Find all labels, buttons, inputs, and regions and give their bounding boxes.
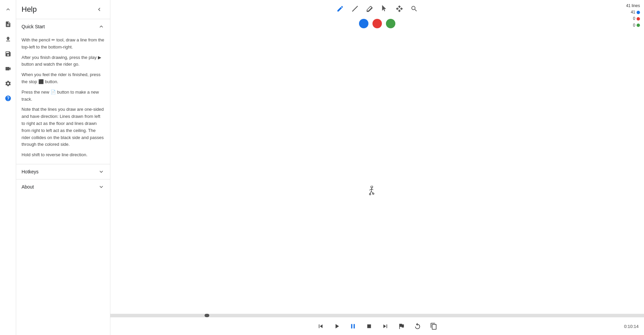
hotkeys-chevron-icon [98, 168, 105, 175]
pencil-tool[interactable] [334, 3, 346, 15]
hotkeys-label: Hotkeys [22, 169, 39, 174]
zoom-tool[interactable] [408, 3, 420, 15]
about-header[interactable]: About [16, 179, 110, 194]
help-icon[interactable] [1, 92, 15, 105]
about-label: About [22, 184, 34, 190]
stat-red-dot [637, 17, 640, 21]
top-toolbar [110, 0, 644, 18]
qs-para-4: Press the new 📄 button to make a new tra… [22, 89, 105, 103]
hotkeys-section: Hotkeys [16, 164, 110, 179]
settings-icon[interactable] [1, 77, 15, 90]
qs-para-5: Note that the lines you draw are one-sid… [22, 106, 105, 148]
video-icon[interactable] [1, 62, 15, 75]
copy-button[interactable] [428, 320, 440, 332]
quick-start-label: Quick Start [22, 24, 45, 29]
collapse-icon[interactable] [1, 3, 15, 16]
qs-para-6: Hold shift to reverse line direction. [22, 152, 105, 159]
main-area: 41 lines 41 0 0 [110, 0, 644, 335]
stat-green-count: 0 [633, 22, 635, 29]
about-section: About [16, 179, 110, 194]
svg-point-7 [372, 193, 374, 194]
rewind-fast-button[interactable] [315, 320, 327, 332]
eraser-tool[interactable] [364, 3, 376, 15]
icon-bar [0, 0, 16, 335]
line-tool[interactable] [349, 3, 361, 15]
new-track-icon[interactable] [1, 18, 15, 31]
color-selector [110, 18, 644, 31]
flag-button[interactable] [395, 320, 407, 332]
pause-button[interactable] [347, 320, 359, 332]
bottom-controls: 0:10:14 [110, 317, 644, 335]
stat-green-row: 0 [626, 22, 640, 29]
save-icon[interactable] [1, 47, 15, 61]
forward-fast-button[interactable] [379, 320, 391, 332]
scrollbar-thumb[interactable] [205, 314, 209, 317]
stop-button[interactable] [363, 320, 375, 332]
play-button[interactable] [331, 320, 343, 332]
quick-start-content: With the pencil ✏ tool, draw a line from… [16, 34, 110, 164]
about-chevron-icon [98, 183, 105, 190]
timer-display: 0:10:14 [624, 324, 639, 329]
qs-para-3: When you feel the rider is finished, pre… [22, 71, 105, 86]
qs-para-1: With the pencil ✏ tool, draw a line from… [22, 37, 105, 51]
panel-title: Help [22, 5, 37, 14]
canvas-area[interactable] [110, 31, 644, 314]
color-blue[interactable] [359, 19, 368, 28]
upload-icon[interactable] [1, 32, 15, 46]
hotkeys-header[interactable]: Hotkeys [16, 164, 110, 179]
panel-close-button[interactable] [94, 4, 105, 15]
scrollbar-track[interactable] [110, 314, 644, 317]
stat-green-dot [637, 24, 640, 27]
svg-line-2 [369, 189, 371, 190]
select-tool[interactable] [379, 3, 391, 15]
panel-header: Help [16, 0, 110, 19]
rider-figure [367, 186, 377, 199]
side-panel: Help Quick Start With the pencil ✏ tool,… [16, 0, 110, 335]
svg-point-0 [371, 186, 373, 188]
color-red[interactable] [372, 19, 382, 28]
quick-start-section: Quick Start With the pencil ✏ tool, draw… [16, 19, 110, 164]
quick-start-header[interactable]: Quick Start [16, 19, 110, 34]
qs-para-2: After you finish drawing, press the play… [22, 54, 105, 68]
color-green[interactable] [386, 19, 395, 28]
svg-point-6 [369, 194, 371, 195]
svg-line-1 [371, 188, 372, 191]
svg-line-5 [371, 191, 373, 193]
move-tool[interactable] [393, 3, 405, 15]
restore-button[interactable] [412, 320, 424, 332]
quick-start-chevron-icon [98, 23, 105, 30]
